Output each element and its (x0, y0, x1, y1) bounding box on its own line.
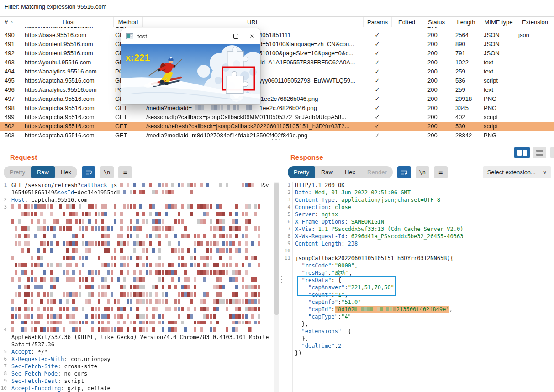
cell-mime (481, 27, 516, 31)
redacted-mosaic (11, 204, 260, 324)
editor-line: 6X-Frame-Options: SAMEORIGIN (283, 218, 554, 225)
window-titlebar[interactable]: test – ✕ (121, 28, 260, 44)
table-row[interactable]: 490https://base.95516.comGET4051851111✓2… (0, 31, 554, 40)
editor-line: 10Accept-Encoding: gzip, deflate (0, 385, 274, 392)
cell-edited (391, 67, 422, 76)
captcha-test-window: test – ✕ (121, 28, 260, 104)
column-header-method[interactable]: Method (113, 17, 142, 27)
select-extension-label: Select extension... (487, 169, 536, 176)
cell-host: https://content.95516.com (24, 40, 113, 49)
layout-single-button[interactable] (550, 147, 554, 158)
show-newlines-button[interactable]: \n (100, 166, 114, 178)
table-row[interactable]: 499https://captcha.95516.comGET/session/… (0, 113, 554, 122)
select-extension-dropdown[interactable]: Select extension... ∨ (483, 166, 551, 178)
request-editor[interactable]: 1GET /session/refresh?callback=js&v= 165… (0, 182, 274, 392)
column-header-edited[interactable]: Edited (391, 17, 422, 27)
show-newlines-button[interactable]: \n (416, 166, 429, 178)
cell-mime: text (481, 85, 516, 94)
column-header-length[interactable]: Length (451, 17, 481, 27)
tab-hex[interactable]: Hex (339, 166, 361, 178)
cell-status: 200 (422, 113, 451, 122)
filter-bar[interactable]: Filter: Matching expression 95516.com (0, 0, 553, 13)
tab-pretty[interactable]: Pretty (4, 166, 31, 178)
redacted-mosaic (192, 105, 259, 110)
cell-edited (391, 49, 422, 58)
line-number: 2 (0, 196, 9, 204)
tab-hex[interactable]: Hex (55, 166, 77, 178)
columns-icon (517, 150, 522, 156)
editor-line: 1HTTP/1.1 200 OK (283, 182, 554, 189)
editor-line: 2Host: captcha.95516.com (0, 196, 274, 204)
line-number (283, 328, 292, 335)
line-number (283, 320, 292, 328)
cell-host: https://captcha.95516.com (24, 122, 113, 131)
tab-render[interactable]: Render (361, 166, 393, 178)
cell-params: ✓ (363, 49, 391, 58)
table-row[interactable]: 491https://content.95516.comGETd=510100&… (0, 40, 554, 49)
captcha-image: x:221 (121, 44, 260, 104)
window-minimize-button[interactable]: – (211, 28, 227, 44)
table-row[interactable]: 497https://captcha.95516.comGETf1ee2c768… (0, 94, 554, 104)
response-menu-button[interactable]: ≡ (434, 166, 448, 178)
column-header-extension[interactable]: Extension (516, 17, 554, 27)
rows-icon (536, 150, 543, 152)
request-scrollbar-thumb[interactable] (274, 183, 279, 315)
table-row[interactable]: 495https://captcha.95516.comGETyyy060110… (0, 76, 554, 85)
layout-rows-button[interactable] (533, 147, 546, 158)
editor-line: 5Server: nginx (283, 211, 554, 218)
column-header-params[interactable]: Params (363, 17, 391, 27)
wrap-lines-button[interactable] (82, 166, 95, 178)
cell-params: ✓ (363, 31, 391, 40)
cell-edited (391, 58, 422, 67)
menu-icon: ≡ (438, 169, 443, 176)
editor-line: "extensions": { (283, 328, 554, 335)
http-history-table-body: 490https://base.95516.comGET4051851111✓2… (0, 31, 554, 140)
column-header-mime-type[interactable]: MIME type (481, 17, 516, 27)
table-row[interactable]: 494https://analytics.95516.comPOST✓20025… (0, 67, 554, 76)
response-editor[interactable]: 1HTTP/1.1 200 OK2Date: Wed, 01 Jun 2022 … (283, 182, 554, 392)
http-history-table-header: #∧HostMethodURLParamsEditedStatusLengthM… (0, 16, 554, 27)
tab-pretty[interactable]: Pretty (288, 166, 315, 178)
request-scrollbar[interactable] (274, 182, 279, 392)
cell-url: /session/refresh?callback=jsonpCallback2… (142, 122, 363, 131)
line-number (283, 277, 292, 284)
column-header--[interactable]: #∧ (0, 17, 24, 27)
cell-status: 200 (422, 94, 451, 104)
window-close-button[interactable]: ✕ (244, 28, 260, 44)
cell-edited (391, 104, 422, 113)
table-row[interactable]: 496https://analytics.95516.comPOST✓20025… (0, 85, 554, 94)
tab-raw[interactable]: Raw (315, 166, 339, 178)
editor-line: 8Sec-Fetch-Mode: no-cors (0, 370, 274, 377)
table-row[interactable]: https://content.95516.comGET✓200 (0, 27, 554, 31)
cell-method: GET (113, 113, 142, 122)
line-number: 8 (283, 233, 292, 240)
window-maximize-button[interactable] (227, 28, 244, 44)
cell-host: https://analytics.95516.com (24, 85, 113, 94)
menu-icon: ≡ (123, 169, 127, 176)
editor-line: 3 (0, 204, 274, 326)
column-header-host[interactable]: Host (24, 17, 113, 27)
window-app-icon (126, 33, 133, 39)
table-row[interactable]: 502https://captcha.95516.comGET/session/… (0, 122, 554, 131)
cell-length: 3345 (451, 104, 481, 113)
cell-params: ✓ (363, 104, 391, 113)
cell-edited (391, 76, 422, 85)
line-number: 1 (283, 182, 292, 189)
cell-length: 2564 (451, 31, 481, 40)
cell-length (451, 27, 481, 31)
column-header-status[interactable]: Status (422, 17, 451, 27)
request-menu-button[interactable]: ≡ (118, 166, 132, 178)
table-row[interactable]: 492https://content.95516.comGET510100&pa… (0, 49, 554, 58)
table-row[interactable]: 493https://youhui.95516.comGETlld=A1A1F0… (0, 58, 554, 67)
column-header-url[interactable]: URL (142, 17, 363, 27)
window-title: test (137, 33, 147, 40)
horizontal-splitter-handle[interactable]: ··· (0, 137, 554, 142)
cell-length: 536 (451, 76, 481, 85)
redacted-mosaic (117, 183, 262, 188)
cell-params: ✓ (363, 67, 391, 76)
tab-raw[interactable]: Raw (31, 166, 55, 178)
cell-ext (516, 27, 554, 31)
table-row[interactable]: 498https://captcha.95516.comGET/media?me… (0, 104, 554, 113)
layout-columns-button[interactable] (514, 147, 530, 158)
wrap-lines-button[interactable] (397, 166, 411, 178)
